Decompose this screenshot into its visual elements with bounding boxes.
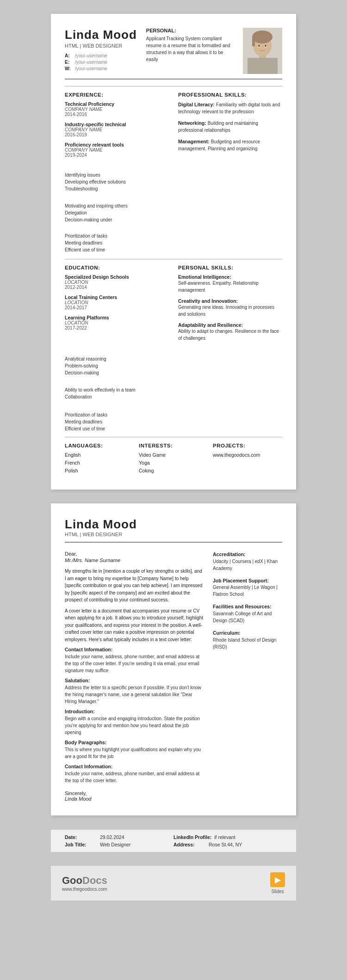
cover-para-0: My strengths lie in [mention a couple of…: [65, 568, 204, 604]
edu-location-2: LOCATION: [65, 320, 169, 325]
exp-date-2: 2019-2024: [65, 153, 169, 158]
brand-logo: GooDocs: [62, 875, 107, 887]
cover-body: Dear, Mr./Mrs. Name Surname My strengths…: [65, 551, 282, 802]
experience-title: EXPERIENCE:: [65, 92, 169, 98]
interest-item-2: Coking: [139, 468, 208, 473]
footer-value-jobtitle: Web Designer: [100, 842, 130, 847]
cover-section-label-3: Body Paragraphs:: [65, 740, 204, 745]
lang-item-2: Polish: [65, 468, 134, 473]
pskill-title-0: Emotional Intelligence:: [178, 274, 282, 280]
footer-value-address: Rose St.44, NY: [209, 842, 242, 847]
cover-section-text-1: Address the letter to a specific person …: [65, 684, 204, 705]
skill-item-0: Digital Literacy: Familiarity with digit…: [178, 101, 282, 115]
personal-title: PERSONAL:: [146, 28, 234, 33]
brand-url[interactable]: www.thegoodocs.com: [62, 887, 107, 892]
profskills-title: PROFESSIONAL SKILLS:: [178, 92, 282, 98]
pskill-item-2: Adaptability and Resilience: Ability to …: [178, 322, 282, 342]
edu-desc-2: Prioritization of tasksMeeting deadlines…: [65, 411, 169, 432]
exp-date-1: 2016-2019: [65, 132, 169, 137]
svg-rect-2: [248, 58, 278, 74]
footer-label-jobtitle: Job Title:: [65, 842, 97, 847]
edu-item-0: Specialized Design Schools LOCATION 2012…: [65, 274, 169, 290]
skill-item-2: Management: Budgeting and resource manag…: [178, 138, 282, 152]
sidebar-text-2: Savannah College of Art and Design (SCAD…: [213, 610, 282, 624]
contact-item-e: E: /your-username: [65, 60, 137, 65]
sidebar-title-3: Curriculum:: [213, 630, 282, 637]
cover-job-title: HTML | WEB DESIGNER: [65, 532, 282, 537]
slides-label: Slides: [271, 889, 284, 894]
exp-desc-0: Identifying issuesDeveloping effective s…: [65, 172, 169, 192]
skill-item-1: Networking: Building and maintaining pro…: [178, 120, 282, 134]
page-wrapper: Linda Mood HTML | WEB DESIGNER A: /your-…: [0, 0, 347, 910]
cover-sincerely: Sincerely, Linda Mood: [65, 790, 204, 802]
resume-name: Linda Mood: [65, 28, 137, 42]
cover-recipient: Mr./Mrs. Name Surname: [65, 557, 204, 563]
exp-desc-col: Identifying issuesDeveloping effective s…: [65, 162, 169, 253]
contact-label-a: A:: [65, 53, 72, 58]
sidebar-text-3: Rhode Island School of Design (RISD): [213, 637, 282, 650]
edu-desc-0: Analytical reasoningProblem-solvingDecis…: [65, 355, 169, 376]
edu-school-0: Specialized Design Schools: [65, 274, 169, 280]
projects-title: PROJECTS:: [213, 443, 282, 448]
skill-title-0: Digital Literacy:: [178, 102, 215, 107]
footer-field-linkedin: LinkedIn Profile: if relevant: [174, 834, 282, 840]
sidebar-curriculum: Curriculum: Rhode Island School of Desig…: [213, 630, 282, 650]
cover-section-label-4: Contact Information:: [65, 764, 204, 769]
experience-col: EXPERIENCE: Technical Proficiency COMPAN…: [65, 92, 169, 162]
edu-location-1: LOCATION: [65, 300, 169, 305]
slides-icon: ▶: [270, 872, 285, 887]
projects-list: www.thegoodocs.com: [213, 452, 282, 458]
interest-item-0: Video Game: [139, 452, 208, 458]
personal-skills-title: PERSONAL SKILLS:: [178, 265, 282, 270]
svg-rect-5: [252, 37, 255, 46]
footer-label-date: Date:: [65, 834, 97, 840]
cover-section-text-3: This is where you highlight your qualifi…: [65, 746, 204, 760]
contact-value-e: /your-username: [75, 60, 107, 65]
cover-section-text-2: Begin with a concise and engaging introd…: [65, 715, 204, 736]
exp-desc-1: Motivating and inspiring othersDelegatio…: [65, 202, 169, 223]
pskill-title-1: Creativity and Innovation:: [178, 298, 282, 304]
sidebar-title-1: Job Placement Support:: [213, 577, 282, 584]
languages-title: LANGUAGES:: [65, 443, 134, 448]
cover-section-0: Contact Information: Include your name, …: [65, 647, 204, 674]
edu-location-0: LOCATION: [65, 280, 169, 285]
interest-item-1: Yoga: [139, 460, 208, 466]
logo-docs: Docs: [82, 875, 107, 886]
education-personalskills-section: EDUCATION: Specialized Design Schools LO…: [65, 259, 282, 432]
education-title: EDUCATION:: [65, 265, 169, 270]
exp-company-0: COMPANY NAME: [65, 107, 169, 112]
edu-date-2: 2017-2022: [65, 325, 169, 331]
sidebar-text-1: General Assembly | Le Wagon | Flatiron S…: [213, 584, 282, 598]
sidebar-job-placement: Job Placement Support: General Assembly …: [213, 577, 282, 598]
edu-desc-col: Analytical reasoningProblem-solvingDecis…: [65, 346, 169, 432]
lang-item-1: French: [65, 460, 134, 466]
edu-date-0: 2012-2014: [65, 285, 169, 290]
personal-skills-col: PERSONAL SKILLS: Emotional Intelligence:…: [178, 265, 282, 346]
languages-col: LANGUAGES: English French Polish: [65, 443, 134, 476]
svg-point-8: [259, 45, 260, 47]
cover-section-3: Body Paragraphs: This is where you highl…: [65, 740, 204, 760]
education-col: EDUCATION: Specialized Design Schools LO…: [65, 265, 169, 346]
cover-header: Linda Mood HTML | WEB DESIGNER: [65, 517, 282, 543]
footer-bar: Date: 29.02.2024 LinkedIn Profile: if re…: [51, 829, 296, 852]
cover-section-text-4: Include your name, address, phone number…: [65, 770, 204, 784]
svg-point-4: [252, 31, 273, 43]
edu-date-1: 2014-2017: [65, 305, 169, 310]
exp-date-0: 2014-2016: [65, 112, 169, 117]
sidebar-text-0: Udacity | Coursera | edX | Khan Academy: [213, 558, 282, 572]
skill-title-2: Management:: [178, 139, 210, 144]
exp-item-0: Technical Proficiency COMPANY NAME 2014-…: [65, 101, 169, 117]
contact-value-a: /your-username: [75, 53, 107, 58]
pskill-desc-1: Generating new ideas. Innovating in proc…: [178, 304, 282, 318]
lang-int-proj-section: LANGUAGES: English French Polish INTERES…: [65, 437, 282, 476]
sincerely-name: Linda Mood: [65, 796, 204, 802]
interests-title: INTERESTS:: [139, 443, 208, 448]
brand-left: GooDocs www.thegoodocs.com: [62, 875, 107, 892]
languages-list: English French Polish: [65, 452, 134, 473]
interests-list: Video Game Yoga Coking: [139, 452, 208, 473]
project-item-0: www.thegoodocs.com: [213, 452, 282, 458]
header-photo: [243, 28, 282, 74]
footer-field-address: Address: Rose St.44, NY: [174, 842, 282, 847]
svg-point-9: [265, 45, 266, 47]
exp-desc-2: Prioritization of tasksMeeting deadlines…: [65, 233, 169, 253]
